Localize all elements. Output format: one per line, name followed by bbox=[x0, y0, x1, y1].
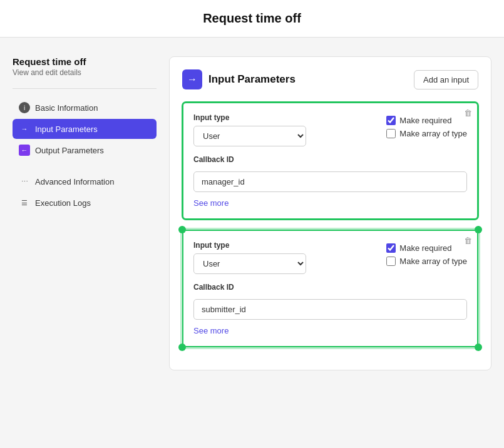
sidebar-item-label: Execution Logs bbox=[35, 198, 91, 208]
callback-id-label-1: Callback ID bbox=[193, 155, 467, 164]
field-row-1: Input type User String Number Boolean Da… bbox=[193, 113, 467, 146]
checkboxes-1: Make required Make array of type bbox=[386, 113, 467, 138]
make-array-label-1: Make array of type bbox=[399, 129, 467, 138]
field-row-2: Input type User String Number Boolean Da… bbox=[193, 241, 467, 274]
sidebar-divider bbox=[13, 88, 157, 89]
callback-id-input-2[interactable] bbox=[193, 299, 467, 320]
input-card-1: 🗑 Input type User String Number Boolean … bbox=[182, 102, 478, 220]
add-input-button[interactable]: Add an input bbox=[414, 70, 478, 89]
input-type-label-2: Input type bbox=[193, 241, 376, 250]
make-array-row-1: Make array of type bbox=[386, 129, 467, 138]
panel-icon: → bbox=[182, 69, 202, 89]
see-more-link-1[interactable]: See more bbox=[193, 198, 229, 208]
make-required-label-1: Make required bbox=[399, 116, 451, 125]
input-type-label-1: Input type bbox=[193, 113, 376, 122]
sidebar-item-basic-info[interactable]: i Basic Information bbox=[13, 98, 157, 118]
sidebar: Request time off View and edit details i… bbox=[13, 56, 157, 370]
checkboxes-2: Make required Make array of type bbox=[386, 241, 467, 266]
main-content: Request time off View and edit details i… bbox=[0, 38, 504, 389]
field-group-type-1: Input type User String Number Boolean Da… bbox=[193, 113, 376, 146]
drag-handle-tr-2[interactable] bbox=[475, 226, 482, 233]
list-icon: ☰ bbox=[19, 197, 30, 208]
page-title: Request time off bbox=[0, 11, 504, 26]
make-array-label-2: Make array of type bbox=[399, 257, 467, 266]
sidebar-item-label: Input Parameters bbox=[35, 125, 98, 134]
sidebar-item-input-params[interactable]: → Input Parameters bbox=[13, 119, 157, 139]
panel-title: Input Parameters bbox=[208, 73, 296, 86]
make-required-row-2: Make required bbox=[386, 243, 467, 253]
spacer bbox=[13, 161, 157, 170]
panel-header-left: → Input Parameters bbox=[182, 69, 296, 89]
drag-handle-tl-2[interactable] bbox=[178, 226, 186, 233]
callback-section-2: Callback ID bbox=[193, 283, 467, 320]
sidebar-title: Request time off bbox=[13, 56, 157, 67]
sidebar-item-label: Basic Information bbox=[35, 103, 98, 113]
input-type-select-1[interactable]: User String Number Boolean Date bbox=[193, 126, 306, 146]
drag-handle-bl-2[interactable] bbox=[178, 344, 186, 351]
arrow-right-icon: → bbox=[19, 123, 30, 135]
input-card-2: 🗑 Input type User String Number Boolean … bbox=[182, 230, 478, 347]
input-type-select-2[interactable]: User String Number Boolean Date bbox=[193, 253, 306, 274]
delete-icon-2[interactable]: 🗑 bbox=[464, 236, 472, 245]
make-required-label-2: Make required bbox=[399, 243, 451, 253]
callback-id-label-2: Callback ID bbox=[193, 283, 467, 292]
callback-id-input-1[interactable] bbox=[193, 171, 467, 192]
top-bar: Request time off bbox=[0, 0, 504, 38]
sidebar-subtitle: View and edit details bbox=[13, 68, 157, 77]
callback-section-1: Callback ID bbox=[193, 155, 467, 192]
make-required-row-1: Make required bbox=[386, 116, 467, 125]
right-panel: → Input Parameters Add an input 🗑 Input … bbox=[169, 56, 491, 370]
see-more-link-2[interactable]: See more bbox=[193, 326, 229, 335]
field-group-type-2: Input type User String Number Boolean Da… bbox=[193, 241, 376, 274]
sidebar-item-output-params[interactable]: ← Output Parameters bbox=[13, 140, 157, 160]
drag-handle-br-2[interactable] bbox=[475, 344, 482, 351]
panel-header: → Input Parameters Add an input bbox=[182, 69, 478, 89]
sidebar-item-label: Advanced Information bbox=[35, 177, 114, 186]
delete-icon-1[interactable]: 🗑 bbox=[464, 108, 472, 118]
info-circle-icon: i bbox=[19, 102, 30, 113]
make-required-checkbox-2[interactable] bbox=[386, 243, 396, 253]
make-array-row-2: Make array of type bbox=[386, 257, 467, 266]
sidebar-item-execution-logs[interactable]: ☰ Execution Logs bbox=[13, 193, 157, 213]
make-array-checkbox-1[interactable] bbox=[386, 129, 396, 138]
make-required-checkbox-1[interactable] bbox=[386, 116, 396, 125]
sidebar-item-advanced-info[interactable]: ⋯ Advanced Information bbox=[13, 171, 157, 191]
make-array-checkbox-2[interactable] bbox=[386, 257, 396, 266]
sidebar-nav: i Basic Information → Input Parameters ←… bbox=[13, 98, 157, 213]
sidebar-item-label: Output Parameters bbox=[35, 146, 104, 155]
arrow-left-icon: ← bbox=[19, 145, 30, 156]
dots-icon: ⋯ bbox=[19, 176, 30, 187]
